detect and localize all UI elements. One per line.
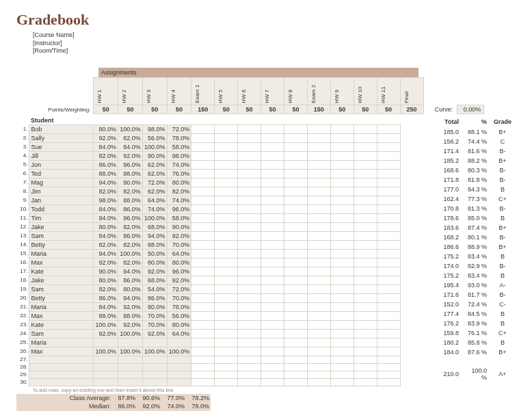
score-cell[interactable] [191,284,215,293]
score-cell[interactable] [94,363,118,371]
student-name[interactable]: Jake [29,222,94,231]
score-cell[interactable] [261,249,284,258]
score-cell[interactable]: 94.0% [94,249,118,258]
weight-cell[interactable]: 50 [284,105,307,114]
score-cell[interactable] [284,169,307,178]
score-cell[interactable] [284,222,307,231]
weight-cell[interactable]: 50 [354,105,377,114]
score-cell[interactable] [330,267,354,276]
score-cell[interactable] [238,276,261,284]
score-cell[interactable]: 82.0% [118,187,143,196]
student-name[interactable]: Maria [29,249,94,258]
score-cell[interactable] [118,378,143,386]
score-cell[interactable] [261,363,284,371]
score-cell[interactable] [377,142,400,151]
score-cell[interactable]: 90.0% [167,222,191,231]
student-name[interactable]: Kate [29,320,94,329]
score-cell[interactable]: 92.0% [167,231,191,240]
score-cell[interactable]: 80.0% [167,258,191,267]
score-cell[interactable] [284,338,307,347]
score-cell[interactable]: 80.0% [94,124,118,133]
score-cell[interactable] [261,378,284,386]
score-cell[interactable] [215,311,238,320]
score-cell[interactable]: 96.0% [118,160,143,169]
score-cell[interactable] [307,338,330,347]
score-cell[interactable]: 86.0% [118,231,143,240]
score-cell[interactable] [191,151,215,160]
score-cell[interactable] [284,302,307,311]
score-cell[interactable] [284,363,307,371]
score-cell[interactable] [261,338,284,347]
score-cell[interactable] [307,311,330,320]
score-cell[interactable]: 100.0% [118,249,143,258]
score-cell[interactable] [261,169,284,178]
score-cell[interactable] [354,267,377,276]
score-cell[interactable] [307,293,330,302]
score-cell[interactable] [215,302,238,311]
score-cell[interactable]: 54.0% [142,284,167,293]
score-cell[interactable]: 80.0% [118,284,143,293]
score-cell[interactable] [330,311,354,320]
score-cell[interactable] [261,124,284,133]
score-cell[interactable] [377,320,400,329]
student-name[interactable]: Max [29,311,94,320]
score-cell[interactable] [354,284,377,293]
score-cell[interactable] [215,213,238,222]
score-cell[interactable] [330,378,354,386]
score-cell[interactable]: 94.0% [94,178,118,187]
score-cell[interactable] [330,124,354,133]
score-cell[interactable] [307,356,330,363]
score-cell[interactable] [238,258,261,267]
score-cell[interactable] [191,320,215,329]
score-cell[interactable] [354,231,377,240]
score-cell[interactable] [330,356,354,363]
weight-cell[interactable]: 50 [94,105,118,114]
score-cell[interactable] [94,356,118,363]
score-cell[interactable]: 86.0% [142,293,167,302]
score-cell[interactable] [238,329,261,338]
score-cell[interactable] [377,311,400,320]
score-cell[interactable] [307,178,330,187]
score-cell[interactable] [377,178,400,187]
student-name[interactable]: Betty [29,293,94,302]
score-cell[interactable] [261,142,284,151]
score-cell[interactable] [261,302,284,311]
score-cell[interactable]: 80.0% [142,151,167,160]
score-cell[interactable] [191,124,215,133]
score-cell[interactable] [261,284,284,293]
score-cell[interactable] [330,222,354,231]
score-cell[interactable] [284,187,307,196]
score-cell[interactable]: 90.0% [94,267,118,276]
score-cell[interactable] [307,363,330,371]
score-cell[interactable] [307,142,330,151]
score-cell[interactable] [191,249,215,258]
score-cell[interactable] [330,347,354,356]
weight-cell[interactable]: 150 [191,105,215,114]
score-cell[interactable] [191,187,215,196]
score-cell[interactable] [261,267,284,276]
score-cell[interactable] [215,187,238,196]
score-cell[interactable]: 50.0% [142,249,167,258]
score-cell[interactable]: 70.0% [167,293,191,302]
score-cell[interactable] [261,133,284,142]
student-name[interactable] [29,378,94,386]
score-cell[interactable]: 82.0% [94,240,118,249]
score-cell[interactable] [330,240,354,249]
score-cell[interactable]: 82.0% [167,187,191,196]
score-cell[interactable] [191,302,215,311]
score-cell[interactable]: 100.0% [142,347,167,356]
score-cell[interactable] [261,371,284,378]
score-cell[interactable] [377,222,400,231]
score-cell[interactable] [354,222,377,231]
score-cell[interactable]: 84.0% [94,231,118,240]
score-cell[interactable] [377,240,400,249]
score-cell[interactable] [238,196,261,204]
score-cell[interactable] [191,196,215,204]
score-cell[interactable] [354,196,377,204]
score-cell[interactable]: 100.0% [94,320,118,329]
score-cell[interactable] [354,293,377,302]
score-cell[interactable] [330,302,354,311]
score-cell[interactable] [330,320,354,329]
score-cell[interactable] [354,338,377,347]
score-cell[interactable] [191,311,215,320]
